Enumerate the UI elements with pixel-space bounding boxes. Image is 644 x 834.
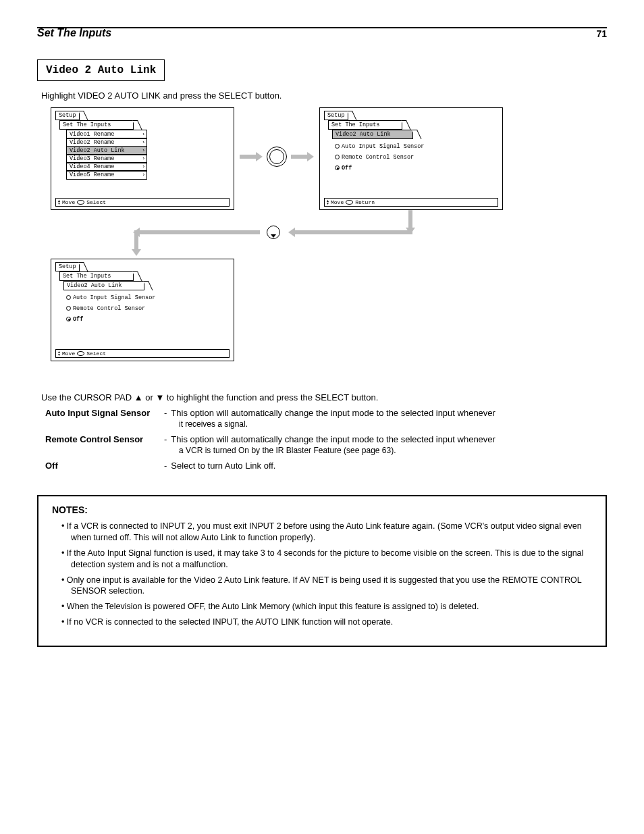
flow-line [138, 230, 260, 234]
cursor-down-icon [267, 226, 280, 239]
panel-footer: ▲▼ Move Return [324, 198, 498, 207]
page-number: 71 [596, 28, 607, 39]
chevron-right-icon: › [142, 147, 145, 153]
tab-setup: Setup [324, 111, 348, 120]
updown-icon: ▲▼ [58, 351, 60, 357]
updown-icon: ▲▼ [327, 200, 329, 205]
note-item: If the Auto Input Signal function is use… [61, 548, 592, 571]
notes-box: NOTES: If a VCR is connected to INPUT 2,… [37, 495, 607, 647]
notes-title: NOTES: [52, 504, 592, 515]
intro-text: Highlight VIDEO 2 AUTO LINK and press th… [41, 90, 607, 101]
select-button-icon [346, 200, 353, 205]
chevron-right-icon: › [142, 172, 145, 178]
flow-line [408, 210, 412, 229]
arrow-right-icon [291, 155, 308, 159]
tab-auto-link: Video2 Auto Link [63, 281, 144, 290]
select-ring-icon [267, 147, 287, 167]
panel-footer: ▲▼ Move Select [55, 198, 230, 207]
radio-option-selected: Off [335, 165, 352, 172]
tab-setup: Setup [55, 111, 80, 120]
menu-item: Video5 Rename› [66, 170, 147, 180]
chevron-right-icon: › [142, 139, 145, 145]
notes-list: If a VCR is connected to INPUT 2, you mu… [52, 521, 592, 628]
note-item: If no VCR is connected to the selected I… [61, 617, 592, 628]
panel-footer: ▲▼ Move Select [55, 349, 230, 358]
tab-set-inputs: Set The Inputs [328, 120, 402, 130]
note-item: Only one input is available for the Vide… [61, 575, 592, 598]
tab-setup: Setup [55, 262, 80, 271]
arrow-down-icon [134, 230, 138, 251]
radio-option: Remote Control Sensor [66, 305, 145, 312]
flow-diagram: Setup Set The Inputs Video1 Rename› Vide… [51, 107, 597, 384]
option-ais: Auto Input Signal Sensor-This option wil… [45, 408, 607, 418]
tab-auto-link: Video2 Auto Link [332, 130, 413, 139]
radio-option-selected: Off [66, 316, 83, 323]
menu-panel-1: Setup Set The Inputs Video1 Rename› Vide… [51, 107, 234, 210]
note-item: If a VCR is connected to INPUT 2, you mu… [61, 521, 592, 544]
chevron-right-icon: › [142, 131, 145, 137]
instruction-text: Use the CURSOR PAD ▲ or ▼ to highlight t… [41, 392, 607, 402]
chevron-right-icon: › [142, 163, 145, 170]
option-off: Off-Select to turn Auto Link off. [45, 461, 607, 471]
page-header-title: Set The Inputs [37, 27, 111, 39]
arrow-left-icon [294, 230, 412, 234]
select-button-icon [77, 200, 84, 205]
select-button-icon [77, 351, 84, 356]
tab-set-inputs: Set The Inputs [59, 120, 134, 130]
tab-set-inputs: Set The Inputs [59, 271, 134, 281]
radio-option: Auto Input Signal Sensor [335, 143, 424, 150]
option-ais-cont: it receives a signal. [179, 419, 607, 429]
updown-icon: ▲▼ [58, 200, 60, 205]
menu-panel-3: Setup Set The Inputs Video2 Auto Link Au… [51, 259, 234, 361]
option-rcs-cont: a VCR is turned On by the IR Blaster Fea… [179, 446, 607, 455]
note-item: When the Television is powered OFF, the … [61, 601, 592, 613]
chevron-right-icon: › [142, 155, 145, 161]
radio-option: Auto Input Signal Sensor [66, 294, 155, 301]
menu-panel-2: Setup Set The Inputs Video2 Auto Link Au… [319, 107, 503, 210]
section-title: Video 2 Auto Link [37, 59, 165, 81]
radio-option: Remote Control Sensor [335, 154, 414, 161]
arrow-right-icon [240, 155, 257, 159]
option-rcs: Remote Control Sensor-This option will a… [45, 434, 607, 444]
